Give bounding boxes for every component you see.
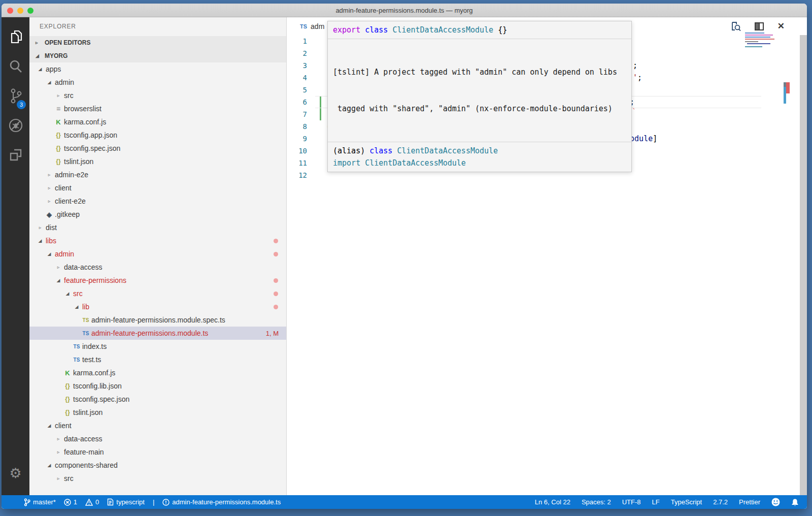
status-label: admin-feature-permissions.module.ts [172,498,281,506]
line-number: 3 [287,59,317,72]
tree-folder-data-access[interactable]: ▹data-access [29,432,286,445]
status-git-branch[interactable]: master* [24,498,56,506]
status-separator: | [153,498,154,506]
section-open-editors[interactable]: ▹ OPEN EDITORS [29,36,286,49]
tree-folder-src[interactable]: ▹src [29,472,286,485]
status-label: Prettier [739,498,760,506]
tree-file-test.ts[interactable]: TStest.ts [29,353,286,366]
tree-folder-apps[interactable]: ◢apps [29,62,286,76]
tree-file-tsconfig.spec.json[interactable]: {}tsconfig.spec.json [29,142,286,155]
code-token: class [369,146,397,155]
zoom-window-button[interactable] [27,8,33,14]
settings-button[interactable]: ⚙ [2,459,29,488]
status-warning[interactable]: 0 [85,498,99,506]
close-window-button[interactable] [7,8,13,14]
tree-item-label: src [73,289,83,298]
tree-file-index.ts[interactable]: TSindex.ts [29,340,286,353]
status-error[interactable]: 1 [64,498,77,506]
typescript-file-icon: TS [83,331,89,336]
chevron-right-icon: ▹ [57,449,60,455]
status-typescript[interactable]: TypeScript [671,498,702,506]
tree-item-label: dist [46,223,57,232]
minimize-window-button[interactable] [17,8,23,14]
chevron-right-icon: ▹ [48,185,51,190]
tree-item-label: admin-e2e [55,171,88,179]
tree-item-label: libs [46,237,56,245]
hover-alias: (alias) class ClientDataAccessModuleimpo… [328,142,631,172]
line-number: 11 [287,157,317,169]
tree-item-label: admin [55,250,74,258]
search-icon [8,59,23,76]
tree-item-label: admin-feature-permissions.module.spec.ts [91,316,225,324]
tree-file-tsconfig.spec.json[interactable]: {}tsconfig.spec.json [29,393,286,406]
chevron-down-icon: ◢ [66,291,70,296]
tree-folder-admin[interactable]: ◢admin [29,76,286,89]
activity-search[interactable] [2,53,29,82]
editor-group: TS adm [287,17,807,495]
tree-folder-client-e2e[interactable]: ▹client-e2e [29,195,286,208]
status-spaces-2[interactable]: Spaces: 2 [582,498,611,506]
status-lf[interactable]: LF [652,498,660,506]
open-changes-icon[interactable] [731,21,741,31]
status-smiley[interactable] [771,498,780,506]
git-modified-gutter [317,108,327,120]
tree-file-tslint.json[interactable]: {}tslint.json [29,406,286,419]
split-editor-icon[interactable] [754,21,764,31]
tree-folder-admin-e2e[interactable]: ▹admin-e2e [29,168,286,181]
tree-folder-src[interactable]: ◢src [29,287,286,300]
code-token: (alias) [333,146,369,155]
status-2-7-2[interactable]: 2.7.2 [713,498,728,506]
tree-file-karma.conf.js[interactable]: Kkarma.conf.js [29,115,286,128]
typescript-file-icon: TS [74,344,80,349]
chevron-down-icon: ◢ [48,423,51,428]
tree-folder-client[interactable]: ▹client [29,181,286,195]
minimap[interactable] [745,33,777,53]
activity-explorer[interactable] [2,23,29,53]
tree-folder-data-access[interactable]: ▹data-access [29,261,286,274]
activity-extensions[interactable] [2,141,29,171]
tree-file-admin-feature-permissions.module.ts[interactable]: TSadmin-feature-permissions.module.ts1, … [29,327,286,340]
tree-file-admin-feature-permissions.module.spec.ts[interactable]: TSadmin-feature-permissions.module.spec.… [29,313,286,327]
tree-item-label: test.ts [82,356,101,364]
code-token: class [365,25,392,35]
tree-folder-feature-permissions[interactable]: ◢feature-permissions [29,274,286,287]
tree-file-tsconfig.app.json[interactable]: {}tsconfig.app.json [29,128,286,142]
tree-folder-components-shared[interactable]: ◢components-shared [29,459,286,472]
tree-folder-admin[interactable]: ◢admin [29,247,286,261]
tree-item-label: karma.conf.js [73,369,115,377]
typescript-file-icon: TS [300,23,307,29]
status-prettier[interactable]: Prettier [739,498,760,506]
status-label: UTF-8 [622,498,641,506]
status-utf-8[interactable]: UTF-8 [622,498,641,506]
status-ln-6-col-22[interactable]: Ln 6, Col 22 [535,498,570,506]
status-tslint[interactable]: typescript [107,498,145,506]
tree-file-tsconfig.lib.json[interactable]: {}tsconfig.lib.json [29,379,286,393]
json-file-icon: {} [56,145,60,152]
activity-source-control[interactable]: 3 [2,82,29,112]
tree-file-.gitkeep[interactable]: ◈.gitkeep [29,208,286,221]
tree-file-browserslist[interactable]: ≡browserslist [29,102,286,115]
tree-folder-client[interactable]: ◢client [29,419,286,432]
chevron-down-icon: ◢ [57,278,60,283]
activity-debug-disabled[interactable] [2,112,29,141]
tree-folder-lib[interactable]: ◢lib [29,300,286,313]
section-project-root[interactable]: ◢ MYORG [29,49,286,62]
status-bell[interactable] [791,498,799,506]
tree-item-label: admin-feature-permissions.module.ts [91,329,208,337]
smiley-icon [771,498,780,506]
tree-file-tslint.json[interactable]: {}tslint.json [29,155,286,168]
close-editor-icon[interactable]: ✕ [777,21,785,31]
tree-folder-dist[interactable]: ▹dist [29,221,286,234]
extensions-icon [8,147,23,165]
gutter [317,157,327,169]
status-info[interactable]: admin-feature-permissions.module.ts [162,498,281,506]
tree-file-karma.conf.js[interactable]: Kkarma.conf.js [29,366,286,379]
code-token: ClientDataAccessModule [397,146,498,155]
tab-admin-feature-permissions[interactable]: TS adm [287,22,324,30]
tree-folder-libs[interactable]: ◢libs [29,234,286,247]
tree-item-label: tslint.json [73,408,103,416]
info-icon [162,499,170,506]
tree-folder-src[interactable]: ▹src [29,89,286,102]
chevron-right-icon: ▹ [48,199,51,204]
tree-folder-feature-main[interactable]: ▹feature-main [29,445,286,459]
